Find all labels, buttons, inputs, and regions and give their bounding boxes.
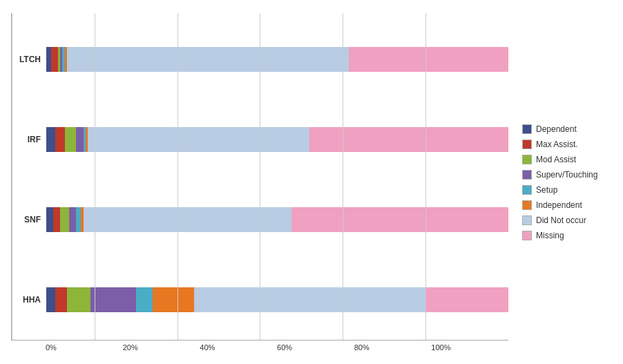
bar-segment-independent bbox=[153, 287, 194, 312]
legend-item-max_assist: Max Assist. bbox=[522, 140, 619, 149]
legend-item-independent: Independent bbox=[522, 200, 619, 210]
legend-label: Setup bbox=[536, 185, 557, 195]
bar-category-label: LTCH bbox=[12, 55, 46, 64]
bar-segment-missing bbox=[349, 47, 508, 72]
x-axis-labels: 0%20%40%60%80%100% bbox=[11, 341, 508, 352]
legend-color-swatch bbox=[522, 185, 532, 195]
bar-segments-wrapper bbox=[46, 287, 508, 312]
legend-color-swatch bbox=[522, 215, 532, 225]
legend-color-swatch bbox=[522, 200, 532, 210]
bar-segment-missing bbox=[291, 207, 508, 232]
bar-segment-max_assist bbox=[53, 207, 60, 232]
legend-label: Independent bbox=[536, 200, 582, 210]
x-axis-label: 60% bbox=[277, 343, 354, 352]
x-axis-label: 100% bbox=[431, 343, 508, 352]
bar-category-label: HHA bbox=[12, 295, 46, 305]
chart-area: LTCHIRFSNFHHA 0%20%40%60%80%100% bbox=[11, 13, 508, 352]
legend-label: Did Not occur bbox=[536, 215, 586, 225]
x-axis-label: 40% bbox=[200, 343, 277, 352]
bar-segment-dependent bbox=[46, 47, 51, 72]
legend-item-dependent: Dependent bbox=[522, 124, 619, 134]
legend-item-missing: Missing bbox=[522, 231, 619, 240]
legend-label: Max Assist. bbox=[536, 140, 578, 149]
bar-segments-wrapper bbox=[46, 127, 508, 152]
chart-container: LTCHIRFSNFHHA 0%20%40%60%80%100% Depende… bbox=[4, 6, 619, 358]
bar-segment-max_assist bbox=[55, 287, 67, 312]
bar-segment-dependent bbox=[46, 127, 55, 152]
legend-label: Dependent bbox=[536, 124, 577, 134]
x-axis-label: 80% bbox=[354, 343, 432, 352]
bar-segment-did_not_occur bbox=[194, 287, 425, 312]
bar-segment-did_not_occur bbox=[67, 47, 349, 72]
bar-segment-mod_assist bbox=[60, 207, 69, 232]
bar-segment-superv_touching bbox=[69, 207, 76, 232]
legend-label: Mod Assist bbox=[536, 155, 576, 164]
bar-segment-mod_assist bbox=[65, 127, 77, 152]
legend-color-swatch bbox=[522, 124, 532, 134]
bar-segment-max_assist bbox=[51, 47, 58, 72]
bar-segment-dependent bbox=[46, 207, 53, 232]
bar-segment-mod_assist bbox=[67, 287, 90, 312]
bar-segment-did_not_occur bbox=[84, 207, 291, 232]
bar-segment-missing bbox=[425, 287, 508, 312]
bar-segments-wrapper bbox=[46, 207, 508, 232]
bars-section: LTCHIRFSNFHHA bbox=[11, 13, 508, 341]
legend-label: Missing bbox=[536, 231, 564, 240]
bar-row: SNF bbox=[12, 207, 508, 232]
legend-item-setup: Setup bbox=[522, 185, 619, 195]
bar-segment-did_not_occur bbox=[88, 127, 309, 152]
legend-color-swatch bbox=[522, 170, 532, 180]
bar-segment-setup bbox=[76, 207, 81, 232]
legend-color-swatch bbox=[522, 140, 532, 149]
bar-segment-dependent bbox=[46, 287, 55, 312]
legend-label: Superv/Touching bbox=[536, 170, 597, 180]
bar-category-label: IRF bbox=[12, 135, 46, 144]
legend-color-swatch bbox=[522, 155, 532, 164]
x-axis-label: 20% bbox=[123, 343, 200, 352]
bar-row: HHA bbox=[12, 287, 508, 312]
legend-item-mod_assist: Mod Assist bbox=[522, 155, 619, 164]
bar-category-label: SNF bbox=[12, 215, 46, 224]
bar-segment-setup bbox=[136, 287, 152, 312]
legend-item-did_not_occur: Did Not occur bbox=[522, 215, 619, 225]
bar-segment-max_assist bbox=[55, 127, 64, 152]
bar-row: LTCH bbox=[12, 47, 508, 72]
legend-item-superv_touching: Superv/Touching bbox=[522, 170, 619, 180]
x-axis-label: 0% bbox=[46, 343, 123, 352]
bar-segment-superv_touching bbox=[76, 127, 83, 152]
bar-segment-missing bbox=[309, 127, 508, 152]
bar-segments-wrapper bbox=[46, 47, 508, 72]
bar-row: IRF bbox=[12, 127, 508, 152]
legend-color-swatch bbox=[522, 231, 532, 240]
bar-segment-superv_touching bbox=[90, 287, 137, 312]
legend: DependentMax Assist.Mod AssistSuperv/Tou… bbox=[508, 13, 619, 352]
